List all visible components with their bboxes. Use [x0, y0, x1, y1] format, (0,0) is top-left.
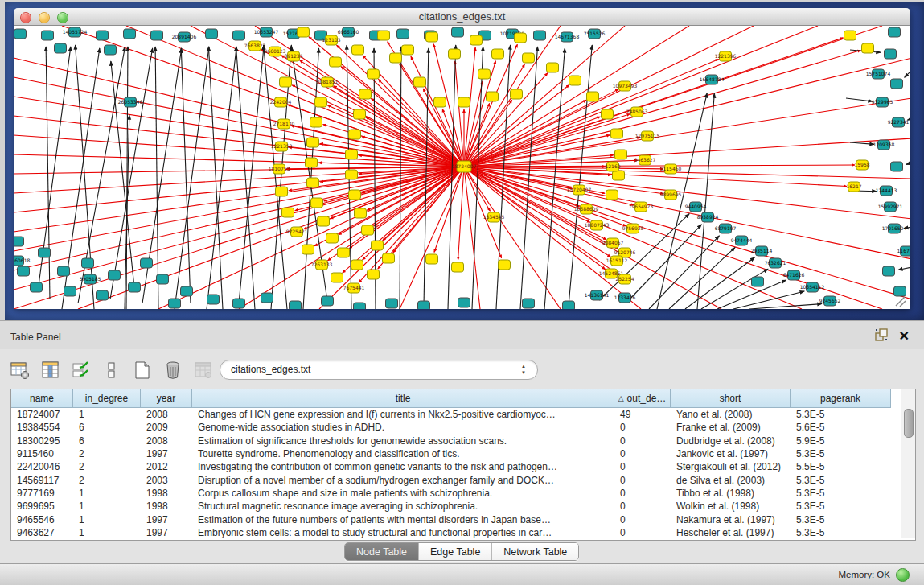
graph-node[interactable]: [390, 53, 402, 63]
graph-node[interactable]: [452, 262, 464, 272]
graph-node[interactable]: [478, 69, 491, 79]
table-row[interactable]: 2242004622012Investigating the contribut…: [11, 460, 891, 473]
graph-node[interactable]: [311, 198, 323, 208]
graph-node[interactable]: [322, 296, 334, 306]
graph-node[interactable]: [891, 162, 903, 171]
graph-node[interactable]: [58, 266, 70, 276]
graph-node[interactable]: [355, 208, 367, 218]
graph-node[interactable]: [613, 171, 625, 180]
graph-node[interactable]: [414, 77, 426, 87]
graph-node[interactable]: [307, 178, 319, 187]
toggle-rows-icon[interactable]: [101, 360, 122, 381]
graph-node[interactable]: [458, 298, 470, 307]
graph-node[interactable]: [883, 266, 895, 276]
graph-node[interactable]: [105, 45, 117, 55]
graph-node[interactable]: [889, 27, 901, 37]
graph-node[interactable]: [97, 31, 109, 40]
graph-node[interactable]: [315, 97, 327, 107]
graph-node[interactable]: [82, 258, 94, 268]
table-row[interactable]: 1872400712008Changes of HCN gene express…: [11, 408, 891, 421]
graph-node[interactable]: [487, 92, 499, 101]
graph-node[interactable]: [359, 89, 372, 99]
tab-edge-table[interactable]: Edge Table: [419, 543, 492, 560]
column-header-pagerank[interactable]: pagerank: [791, 389, 891, 407]
graph-node[interactable]: [470, 35, 483, 45]
graph-node[interactable]: [397, 29, 409, 39]
network-canvas-svg[interactable]: 1405572420891406106532471527602696616010…: [14, 26, 910, 309]
column-header-title[interactable]: title: [192, 389, 614, 407]
graph-node[interactable]: [141, 258, 153, 268]
graph-node[interactable]: [452, 27, 464, 37]
graph-node[interactable]: [276, 187, 288, 196]
graph-node[interactable]: [306, 158, 318, 167]
graph-node[interactable]: [515, 33, 527, 43]
tab-node-table[interactable]: Node Table: [345, 543, 419, 560]
graph-node[interactable]: [885, 49, 897, 59]
graph-node[interactable]: [383, 253, 395, 263]
graph-node[interactable]: [55, 43, 67, 53]
graph-node[interactable]: [280, 77, 292, 87]
graph-node[interactable]: [458, 97, 470, 107]
table-row[interactable]: 1830029562008Estimation of significance …: [11, 435, 891, 447]
graph-node[interactable]: [569, 76, 581, 85]
graph-node[interactable]: [351, 260, 363, 270]
graph-node[interactable]: [534, 31, 546, 40]
graph-node[interactable]: [492, 49, 504, 59]
tab-network-table[interactable]: Network Table: [492, 543, 578, 560]
graph-node[interactable]: [206, 29, 218, 39]
graph-node[interactable]: [14, 29, 27, 39]
graph-node[interactable]: [349, 130, 361, 139]
graph-node[interactable]: [233, 299, 245, 308]
graph-node[interactable]: [511, 89, 523, 99]
table-row[interactable]: 977716911998Corpus callosum shape and si…: [11, 487, 891, 500]
table-settings-icon[interactable]: [10, 360, 31, 381]
graph-node[interactable]: [326, 233, 339, 243]
graph-node[interactable]: [338, 248, 350, 257]
scrollbar-thumb[interactable]: [904, 409, 914, 438]
graph-node[interactable]: [261, 293, 273, 303]
graph-node[interactable]: [109, 270, 121, 280]
table-row[interactable]: 911546021997Tourette syndrome. Phenomeno…: [11, 447, 891, 460]
graph-node[interactable]: [368, 69, 380, 79]
graph-node[interactable]: [290, 301, 302, 309]
graph-node[interactable]: [378, 31, 390, 40]
graph-node[interactable]: [331, 273, 343, 282]
table-row[interactable]: 969969511998Structural magnetic resonanc…: [11, 500, 891, 513]
graph-node[interactable]: [330, 57, 342, 67]
graph-node[interactable]: [346, 170, 358, 179]
graph-node[interactable]: [752, 277, 764, 286]
graph-node[interactable]: [346, 150, 358, 159]
graph-node[interactable]: [386, 299, 398, 308]
graph-node[interactable]: [602, 109, 614, 119]
select-rows-icon[interactable]: [71, 360, 92, 381]
graph-node[interactable]: [352, 45, 364, 55]
graph-node[interactable]: [354, 303, 366, 309]
table-source-combobox[interactable]: citations_edges.txt ▲▼: [220, 360, 538, 380]
graph-node[interactable]: [523, 299, 535, 308]
graph-node[interactable]: [615, 150, 627, 159]
graph-node[interactable]: [14, 237, 24, 246]
network-frame-titlebar[interactable]: citations_edges.txt: [14, 8, 910, 26]
graph-node[interactable]: [349, 190, 361, 200]
table-row[interactable]: 946362711997Embryonic stem cells: a mode…: [11, 526, 891, 539]
column-header-in_degree[interactable]: in_degree: [73, 389, 141, 407]
graph-node[interactable]: [39, 248, 51, 257]
graph-node[interactable]: [157, 274, 169, 284]
graph-node[interactable]: [318, 216, 330, 226]
graph-node[interactable]: [523, 53, 535, 63]
graph-node[interactable]: [606, 190, 618, 200]
graph-node[interactable]: [310, 117, 322, 127]
graph-node[interactable]: [499, 260, 511, 270]
graph-node[interactable]: [233, 31, 245, 40]
graph-node[interactable]: [31, 282, 43, 292]
graph-node[interactable]: [434, 97, 446, 107]
graph-node[interactable]: [891, 79, 903, 89]
table-row[interactable]: 1938455462009Genome-wide association stu…: [11, 421, 891, 434]
canvas-resize-grip[interactable]: [896, 297, 906, 307]
graph-node[interactable]: [124, 29, 136, 39]
graph-node[interactable]: [368, 270, 380, 279]
graph-node[interactable]: [547, 63, 559, 72]
graph-node[interactable]: [307, 138, 319, 147]
graph-node[interactable]: [449, 49, 461, 59]
memory-status-icon[interactable]: [896, 568, 910, 582]
